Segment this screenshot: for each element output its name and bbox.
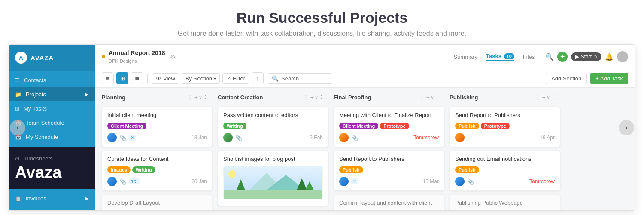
search-icon[interactable]: 🔍 bbox=[545, 53, 554, 61]
column-grip-proofing-icon[interactable]: ⋮⋮ bbox=[435, 95, 444, 100]
card-draft-layout[interactable]: Develop Draft Layout bbox=[102, 194, 213, 210]
column-header-planning: Planning ⋮ + ∨ ⋮⋮ bbox=[102, 93, 213, 103]
card-public-webpage[interactable]: Publishing Public Webpage bbox=[450, 194, 560, 210]
tab-tasks[interactable]: Tasks 10 bbox=[486, 53, 514, 61]
filter-btn[interactable]: ⊿ Filter bbox=[222, 73, 249, 84]
column-menu-planning-icon[interactable]: ⋮ bbox=[187, 94, 193, 101]
column-expand-proofing-icon[interactable]: ∨ bbox=[431, 95, 434, 100]
section-label: By Section bbox=[185, 75, 212, 82]
eye-icon: 👁 bbox=[156, 75, 161, 82]
column-expand-planning-icon[interactable]: ∨ bbox=[199, 95, 202, 100]
search-bar[interactable]: 🔍 bbox=[268, 73, 332, 84]
notification-icon[interactable]: 🔔 bbox=[605, 53, 614, 61]
column-add-publishing-icon[interactable]: + bbox=[542, 94, 546, 101]
card-initial-meeting[interactable]: Initial client meeting Client Meeting 📎 … bbox=[102, 107, 213, 147]
tag-client-meeting-1: Client Meeting bbox=[107, 123, 146, 129]
hero-subtitle: Get more done faster, with task collabor… bbox=[9, 30, 635, 37]
avatar-4 bbox=[223, 133, 233, 142]
sort-btn[interactable]: ↕ bbox=[252, 72, 264, 84]
column-menu-proofing-icon[interactable]: ⋮ bbox=[419, 94, 425, 101]
sidebar-logo: A AVAZA bbox=[9, 45, 95, 71]
sidebar-item-reports[interactable]: 📊 Reports bbox=[9, 206, 95, 211]
add-section-button[interactable]: Add Section bbox=[546, 73, 587, 84]
view-btn-timeline[interactable]: ≣ bbox=[131, 72, 143, 84]
column-grip-planning-icon[interactable]: ⋮⋮ bbox=[203, 95, 213, 100]
column-expand-content-icon[interactable]: ∨ bbox=[315, 95, 318, 100]
avaza-text: Avaza bbox=[15, 163, 61, 181]
sidebar-brand-overlay: ⏱ Timesheets Avaza bbox=[9, 147, 95, 189]
column-planning: Planning ⋮ + ∨ ⋮⋮ Initial client meeting… bbox=[102, 93, 213, 205]
sidebar-item-invoices[interactable]: 📋 Invoices ▶ bbox=[9, 191, 95, 206]
card-shortlist-images[interactable]: Shortlist images for blog post bbox=[218, 150, 328, 206]
view-label: View bbox=[163, 75, 175, 82]
more-icon[interactable]: ⋮ bbox=[179, 53, 185, 60]
card-title-5: Shortlist images for blog post bbox=[223, 155, 323, 163]
tag-prototype-6: Prototype bbox=[380, 123, 409, 129]
column-menu-content-icon[interactable]: ⋮ bbox=[303, 94, 309, 101]
avatar-7 bbox=[339, 177, 349, 186]
column-expand-publishing-icon[interactable]: ∨ bbox=[547, 95, 550, 100]
count-badge-1: 3 bbox=[129, 135, 136, 141]
card-tags-1: Client Meeting bbox=[107, 123, 207, 129]
column-grip-content-icon[interactable]: ⋮⋮ bbox=[319, 95, 328, 100]
card-illustration bbox=[223, 166, 323, 199]
sidebar-label-mytasks: My Tasks bbox=[24, 105, 47, 112]
card-email-notifications[interactable]: Sending out Email notifications Publish … bbox=[450, 150, 560, 191]
tab-summary[interactable]: Summary bbox=[453, 54, 477, 60]
tag-publish-10: Publish bbox=[455, 166, 479, 173]
sidebar-item-mytasks[interactable]: ⊞ My Tasks bbox=[9, 101, 95, 116]
start-button[interactable]: ▶ Start ⊙ bbox=[571, 52, 601, 61]
tag-writing-2: Writing bbox=[132, 166, 155, 173]
column-add-proofing-icon[interactable]: + bbox=[426, 94, 430, 101]
card-title-7: Send Report to Publishers bbox=[339, 155, 439, 163]
sidebar-item-timesheets[interactable]: ⏱ Timesheets bbox=[15, 154, 89, 163]
view-btn-list[interactable]: ≡ bbox=[102, 72, 114, 84]
tab-files[interactable]: Files bbox=[523, 54, 535, 60]
invoices-icon: 📋 bbox=[15, 196, 21, 202]
card-tags-2: Images Writing bbox=[107, 166, 207, 173]
card-tags-6: Client Meeting Prototype bbox=[339, 123, 439, 129]
search-input[interactable] bbox=[281, 75, 328, 82]
add-task-button[interactable]: + Add Task bbox=[590, 73, 628, 84]
avatar-1 bbox=[107, 133, 117, 142]
card-curate-ideas[interactable]: Curate Ideas for Content Images Writing … bbox=[102, 150, 213, 191]
column-title-publishing: Publishing bbox=[450, 94, 535, 101]
card-pass-content[interactable]: Pass written content to editors Writing … bbox=[218, 107, 328, 147]
card-confirm-layout[interactable]: Confirm layout and content with client bbox=[334, 194, 444, 210]
card-title-11: Publishing Public Webpage bbox=[455, 199, 555, 207]
column-header-content: Content Creation ⋮ + ∨ ⋮⋮ bbox=[218, 93, 328, 103]
card-footer-1: 📎 3 13 Jan bbox=[107, 133, 207, 142]
card-tags-7: Publish bbox=[339, 166, 439, 173]
card-title-6: Meeting with Client to Finalize Report bbox=[339, 111, 439, 119]
add-button[interactable]: + bbox=[557, 52, 568, 62]
card-client-meeting-finalize[interactable]: Meeting with Client to Finalize Report C… bbox=[334, 107, 444, 147]
column-publishing: Publishing ⋮ + ∨ ⋮⋮ Send Report to Publi… bbox=[450, 93, 560, 205]
count-badge-2: 1/3 bbox=[129, 178, 140, 184]
timesheets-icon: ⏱ bbox=[15, 156, 20, 161]
sidebar-label-teamschedule: Team Schedule bbox=[26, 120, 64, 126]
view-btn-board[interactable]: ⊞ bbox=[116, 72, 128, 84]
contacts-icon: ☰ bbox=[15, 77, 20, 83]
card-send-report-publishing[interactable]: Send Report to Publishers Publish Protot… bbox=[450, 107, 560, 147]
sidebar-item-projects[interactable]: 📁 Projects ▶ bbox=[9, 87, 95, 101]
projects-icon: 📁 bbox=[15, 92, 21, 98]
clip-icon-10: 📎 bbox=[467, 178, 474, 185]
settings-icon[interactable]: ⚙ bbox=[170, 53, 176, 60]
nav-arrow-left[interactable]: ‹ bbox=[10, 120, 25, 135]
nav-arrow-right[interactable]: › bbox=[619, 120, 634, 135]
logo-text: AVAZA bbox=[30, 54, 54, 61]
column-add-content-icon[interactable]: + bbox=[310, 94, 314, 101]
column-add-planning-icon[interactable]: + bbox=[194, 94, 198, 101]
user-avatar[interactable] bbox=[617, 51, 628, 62]
column-title-content: Content Creation bbox=[218, 94, 303, 101]
column-header-proofing: Final Proofing ⋮ + ∨ ⋮⋮ bbox=[334, 93, 444, 103]
column-grip-publishing-icon[interactable]: ⋮⋮ bbox=[551, 95, 560, 100]
card-footer-4: 📎 2 Feb bbox=[223, 133, 323, 142]
view-selector[interactable]: 👁 View bbox=[152, 73, 179, 84]
card-send-report-proofing[interactable]: Send Report to Publishers Publish 2 13 M… bbox=[334, 150, 444, 191]
sidebar-label-projects: Projects bbox=[26, 91, 46, 98]
section-selector[interactable]: By Section ▾ bbox=[182, 73, 220, 84]
column-menu-publishing-icon[interactable]: ⋮ bbox=[535, 94, 541, 101]
sidebar-item-contacts[interactable]: ☰ Contacts bbox=[9, 73, 95, 87]
tag-images-2: Images bbox=[107, 166, 131, 173]
